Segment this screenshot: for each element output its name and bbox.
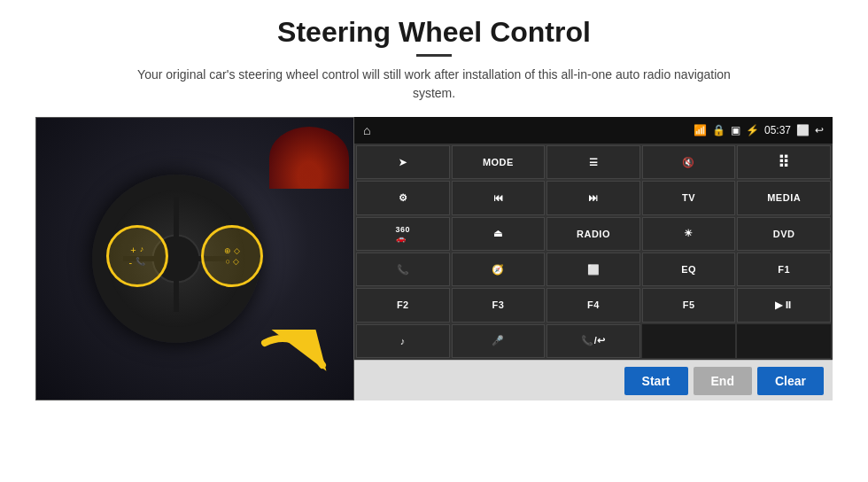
btn-music[interactable]: ♪ [356, 324, 450, 358]
f1-label: F1 [778, 264, 790, 275]
highlight-circle-right: ⊕◇ ○◇ [201, 225, 263, 287]
btn-f5[interactable]: F5 [642, 288, 736, 322]
btn-mute[interactable]: 🔇 [642, 145, 736, 179]
mic-icon: 🎤 [492, 335, 505, 346]
status-bar: ⌂ 📶 🔒 ▣ ⚡ 05:37 ⬜ ↩ [354, 117, 833, 144]
media-label: MEDIA [767, 192, 801, 203]
bt-icon: ⚡ [746, 124, 759, 136]
status-time: 05:37 [764, 124, 791, 136]
eject-icon: ⏏ [493, 228, 503, 239]
status-right: 📶 🔒 ▣ ⚡ 05:37 ⬜ ↩ [694, 124, 824, 136]
brightness-icon: ☀ [684, 228, 694, 239]
radio-label: RADIO [577, 229, 610, 239]
btn-360[interactable]: 360🚗 [356, 217, 450, 251]
page-title: Steering Wheel Control [277, 16, 591, 49]
lock-icon: 🔒 [712, 124, 725, 136]
page-subtitle: Your original car's steering wheel contr… [133, 66, 735, 103]
settings-icon: ⚙ [399, 192, 408, 204]
empty-2 [737, 324, 831, 358]
phone-icon: 📞 [397, 264, 410, 276]
btn-f1[interactable]: F1 [737, 253, 831, 286]
btn-phone[interactable]: 📞 [356, 253, 450, 286]
btn-prev[interactable]: ⏮ [452, 181, 546, 214]
navi-icon: 🧭 [492, 264, 505, 276]
btn-list[interactable]: ☰ [546, 145, 640, 179]
bottom-bar: Start End Clear [354, 360, 833, 400]
start-button[interactable]: Start [624, 367, 688, 395]
btn-screen[interactable]: ⬜ [546, 253, 640, 286]
music-icon: ♪ [400, 336, 406, 346]
360-label: 360🚗 [396, 225, 411, 243]
panel-buttons-grid: ➤ MODE ☰ 🔇 ⠿ ⚙ ⏮ ⏭ TV MEDIA 360🚗 ⏏ RADIO… [354, 144, 833, 360]
f4-label: F4 [587, 299, 600, 310]
screen-icon: ⬜ [796, 124, 810, 136]
btn-mic[interactable]: 🎤 [452, 324, 546, 358]
call-end-icon: 📞/↩ [581, 335, 606, 346]
screen-btn-icon: ⬜ [587, 264, 601, 276]
clear-button[interactable]: Clear [757, 367, 824, 395]
apps-icon: ⠿ [778, 152, 790, 172]
btn-apps[interactable]: ⠿ [737, 145, 831, 179]
next-icon: ⏭ [588, 192, 599, 203]
btn-radio[interactable]: RADIO [546, 217, 640, 251]
arrow-indicator [256, 330, 336, 382]
navigate-icon: ➤ [399, 157, 407, 168]
empty-1 [642, 324, 736, 358]
btn-dvd[interactable]: DVD [737, 217, 831, 251]
btn-navi[interactable]: 🧭 [452, 253, 546, 286]
btn-f4[interactable]: F4 [546, 288, 640, 322]
content-row: +♪ -📞 ⊕◇ ○◇ [35, 117, 833, 482]
control-panel: ⌂ 📶 🔒 ▣ ⚡ 05:37 ⬜ ↩ ➤ MODE ☰ 🔇 ⠿ [354, 117, 833, 400]
f2-label: F2 [397, 299, 409, 310]
sd-icon: ▣ [731, 124, 740, 136]
btn-f2[interactable]: F2 [356, 288, 450, 322]
highlight-circle-left: +♪ -📞 [106, 225, 168, 287]
play-pause-icon: ▶⏸ [775, 299, 793, 311]
btn-navigate[interactable]: ➤ [356, 145, 450, 179]
btn-mode[interactable]: MODE [452, 145, 546, 179]
btn-tv[interactable]: TV [642, 181, 736, 214]
home-icon[interactable]: ⌂ [363, 123, 370, 137]
eq-label: EQ [681, 264, 696, 275]
btn-play-pause[interactable]: ▶⏸ [737, 288, 831, 322]
wifi-icon: 📶 [694, 124, 707, 136]
btn-brightness[interactable]: ☀ [642, 217, 736, 251]
f5-label: F5 [683, 299, 695, 310]
dvd-label: DVD [773, 229, 795, 239]
gauge-cluster [234, 127, 349, 206]
mode-label: MODE [483, 157, 514, 167]
btn-settings[interactable]: ⚙ [356, 181, 450, 214]
f3-label: F3 [492, 299, 504, 310]
btn-next[interactable]: ⏭ [546, 181, 640, 214]
end-button[interactable]: End [694, 367, 752, 395]
btn-f3[interactable]: F3 [452, 288, 546, 322]
tv-label: TV [682, 192, 695, 203]
btn-call-end[interactable]: 📞/↩ [546, 324, 640, 358]
prev-icon: ⏮ [493, 192, 504, 203]
title-divider [416, 54, 452, 57]
btn-media[interactable]: MEDIA [737, 181, 831, 214]
car-image: +♪ -📞 ⊕◇ ○◇ [35, 117, 354, 400]
btn-eq[interactable]: EQ [642, 253, 736, 286]
list-icon: ☰ [589, 157, 599, 168]
mute-icon: 🔇 [682, 157, 695, 168]
back-icon: ↩ [815, 124, 824, 136]
btn-eject[interactable]: ⏏ [452, 217, 546, 251]
